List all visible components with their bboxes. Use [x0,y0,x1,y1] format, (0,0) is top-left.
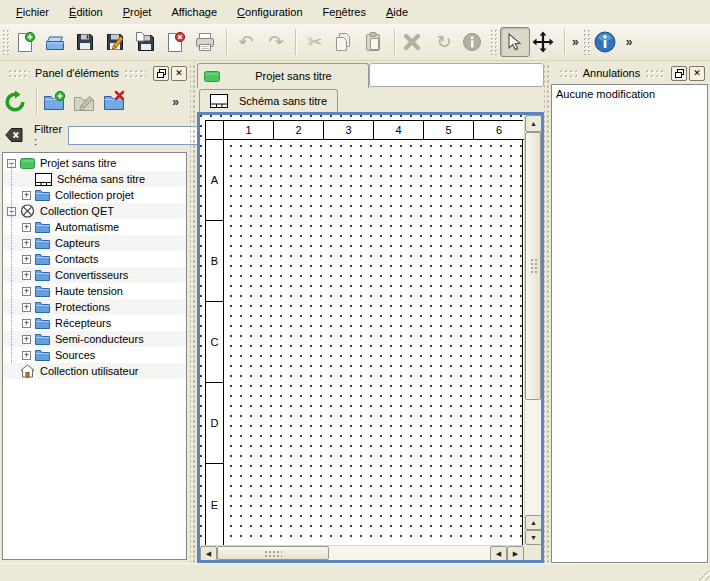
reload-collections-button[interactable] [2,87,32,117]
pan-tool-button[interactable] [530,27,560,57]
horizontal-scrollbar-track[interactable] [329,546,490,560]
tree-item-recepteurs[interactable]: +Récepteurs [3,315,186,331]
scroll-right-button[interactable]: ▶ [507,546,524,561]
tree-item-semi-conducteurs[interactable]: +Semi-conducteurs [3,331,186,347]
column-label: 4 [374,121,424,140]
save-as-button[interactable] [102,27,132,57]
scroll-up-button[interactable]: ▲ [525,115,542,132]
new-document-button[interactable] [12,27,42,57]
tree-item-protections[interactable]: +Protections [3,299,186,315]
resize-grip[interactable] [696,567,709,580]
tree-item-capteurs[interactable]: +Capteurs [3,235,186,251]
scroll-left-button-right[interactable]: ◀ [490,546,507,561]
row-label: A [206,140,224,221]
vertical-scrollbar-thumb[interactable] [525,132,541,400]
open-project-button[interactable] [42,27,72,57]
float-panel-button[interactable] [153,66,169,81]
schema-row: D [206,383,522,464]
menu-fenetres[interactable]: Fenêtres [313,2,376,23]
horizontal-scrollbar[interactable]: ◀ ◀ ▶ [200,545,524,560]
delete-button[interactable] [399,27,429,57]
tree-item-convertisseurs[interactable]: +Convertisseurs [3,267,186,283]
scroll-left-button[interactable]: ◀ [200,546,217,561]
information-button[interactable] [459,27,489,57]
expand-toggle[interactable]: + [22,335,31,344]
undo-button[interactable]: ↶ [231,27,261,57]
expand-toggle[interactable]: + [22,255,31,264]
toolbar-grip[interactable] [2,29,9,55]
tab-schema-sans-titre[interactable]: Schéma sans titre [199,89,338,112]
paste-icon [362,31,384,53]
expand-toggle[interactable]: + [22,319,31,328]
horizontal-scrollbar-thumb[interactable] [217,546,329,560]
expand-toggle[interactable]: + [22,351,31,360]
delete-icon [401,31,423,53]
toolbar-overflow-chevron[interactable]: » [569,35,582,49]
copy-button[interactable] [330,27,360,57]
expand-toggle[interactable]: + [22,271,31,280]
menu-edition[interactable]: Édition [59,2,113,23]
edit-category-button[interactable] [71,87,101,117]
scroll-up-button-bottom[interactable]: ▲ [525,515,542,530]
clear-filter-icon [5,128,23,142]
save-all-button[interactable] [132,27,162,57]
expand-toggle[interactable]: + [22,191,31,200]
save-icon [74,31,96,53]
close-document-button[interactable] [162,27,192,57]
tree-item-schema[interactable]: Schéma sans titre [3,171,186,187]
select-tool-button[interactable] [500,27,530,57]
vertical-scrollbar-track[interactable] [525,400,541,515]
clear-filter-button[interactable] [5,128,23,142]
toolbar-overflow-chevron[interactable]: » [623,35,636,49]
tree-item-sources[interactable]: +Sources [3,347,186,363]
tree-item-automatisme[interactable]: +Automatisme [3,219,186,235]
print-button[interactable] [192,27,222,57]
tree-item-contacts[interactable]: +Contacts [3,251,186,267]
panel-overflow-chevron[interactable]: » [169,95,182,109]
toolbar-separator [394,29,395,55]
expand-toggle[interactable]: + [22,223,31,232]
vertical-scrollbar[interactable]: ▲ ▲ ▼ [524,115,541,545]
menu-projet[interactable]: Projet [113,2,162,23]
scroll-left-icon: ◀ [496,550,501,558]
diagram-info-button[interactable] [593,27,623,57]
tree-item-collection-qet[interactable]: −Collection QET [3,203,186,219]
tab-projet-sans-titre[interactable]: Projet sans titre [197,63,369,88]
rotate-button[interactable]: ↻ [429,27,459,57]
menu-affichage[interactable]: Affichage [161,2,227,23]
tree-item-collection-utilisateur[interactable]: Collection utilisateur [3,363,186,379]
toolbar-separator [295,29,296,55]
close-panel-button[interactable]: ✕ [689,66,705,81]
elements-panel-title: Panel d'éléments [35,67,119,79]
toolbar-grip[interactable] [490,29,497,55]
menu-configuration[interactable]: Configuration [227,2,312,23]
scroll-down-button[interactable]: ▼ [525,530,542,545]
cut-button[interactable]: ✂ [300,27,330,57]
toolbar-separator [226,29,227,55]
filter-label: Filtrer : [34,123,62,147]
menu-bar: Fichier Édition Projet Affichage Configu… [0,0,710,24]
menu-aide[interactable]: Aide [376,2,418,23]
expand-toggle[interactable]: + [22,287,31,296]
left-splitter[interactable] [190,62,197,563]
toolbar-grip[interactable] [583,29,590,55]
save-button[interactable] [72,27,102,57]
scroll-right-icon: ▶ [513,550,518,558]
redo-button[interactable]: ↷ [261,27,291,57]
tree-item-project[interactable]: −Projet sans titre [3,155,186,171]
right-splitter[interactable] [544,62,551,563]
undo-list-item[interactable]: Aucune modification [556,87,703,103]
new-category-button[interactable] [41,87,71,117]
tree-item-collection-projet[interactable]: +Collection projet [3,187,186,203]
row-label: D [206,383,224,464]
menu-fichier[interactable]: Fichier [6,2,59,23]
paste-button[interactable] [360,27,390,57]
toolbar-separator [564,29,565,55]
expand-toggle[interactable]: + [22,239,31,248]
tree-item-haute-tension[interactable]: +Haute tension [3,283,186,299]
float-panel-button[interactable] [671,66,687,81]
expand-toggle[interactable]: + [22,303,31,312]
folder-icon [35,285,50,297]
close-panel-button[interactable]: ✕ [171,66,187,81]
delete-category-button[interactable] [101,87,131,117]
